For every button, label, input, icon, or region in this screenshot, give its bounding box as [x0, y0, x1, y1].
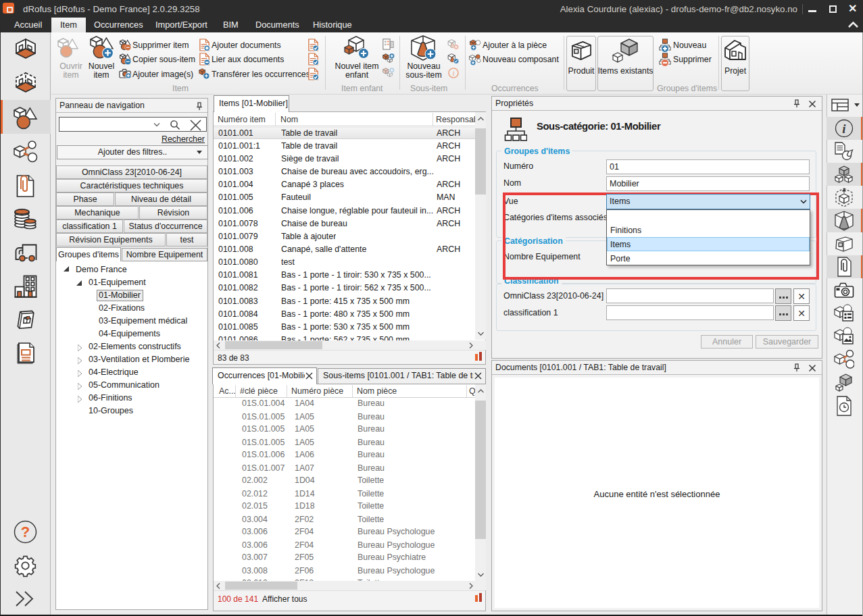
svg-text:?: ? — [21, 523, 30, 540]
svg-text:i: i — [452, 69, 454, 77]
svg-text:i: i — [842, 122, 846, 136]
